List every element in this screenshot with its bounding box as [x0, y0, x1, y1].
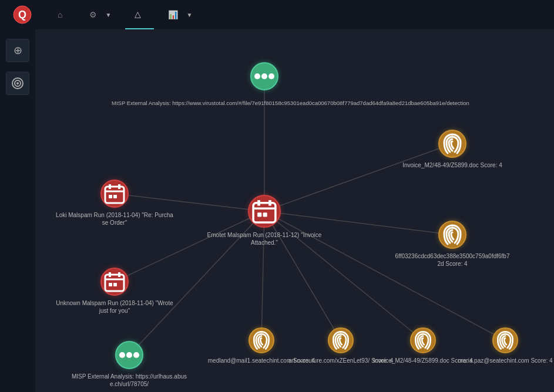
svg-point-38: [133, 352, 139, 358]
node-center[interactable]: [248, 195, 281, 228]
node-gold_bot1[interactable]: [249, 327, 274, 353]
nav-threat-library[interactable]: ⚙ ▼: [80, 0, 120, 29]
graph-canvas: Emotet Malspam Run (2018-11-12) "Invoice…: [35, 29, 554, 392]
node-red_bottom[interactable]: [100, 268, 129, 296]
zoom-in-icon: ⊕: [14, 44, 22, 57]
svg-line-9: [264, 144, 452, 211]
svg-rect-20: [263, 212, 267, 217]
nav-analytics[interactable]: 📊 ▼: [159, 0, 202, 29]
svg-line-8: [129, 211, 264, 355]
svg-line-10: [264, 211, 452, 235]
logo-icon: Q: [13, 5, 32, 24]
threat-library-icon: ⚙: [89, 10, 97, 19]
svg-rect-29: [113, 195, 117, 198]
zoom-in-button[interactable]: ⊕: [6, 39, 29, 62]
nav-home[interactable]: ⌂: [48, 0, 75, 29]
svg-line-13: [264, 211, 423, 340]
nav-investigations[interactable]: △: [125, 0, 154, 29]
logo-area: Q: [9, 5, 32, 24]
sidebar: ⊕: [0, 29, 35, 392]
navigation: Q ⌂ ⚙ ▼ △ 📊 ▼: [0, 0, 554, 29]
svg-text:Q: Q: [18, 9, 26, 21]
node-gold_bot4[interactable]: [492, 327, 518, 353]
svg-line-7: [115, 211, 264, 282]
investigations-icon: △: [135, 9, 141, 19]
svg-rect-19: [257, 212, 261, 217]
node-red_top[interactable]: [100, 180, 129, 208]
node-gold_bot2[interactable]: [328, 327, 354, 353]
threat-library-arrow: ▼: [105, 12, 111, 18]
svg-point-23: [268, 73, 274, 79]
svg-line-14: [264, 211, 505, 340]
node-green_bottom[interactable]: [115, 341, 143, 369]
svg-line-6: [115, 194, 264, 211]
target-button[interactable]: [6, 72, 29, 95]
target-icon: [11, 77, 24, 90]
svg-rect-28: [109, 195, 112, 198]
svg-point-37: [126, 352, 132, 358]
node-gold_bot3[interactable]: [410, 327, 436, 353]
svg-rect-35: [113, 283, 117, 286]
analytics-arrow: ▼: [186, 12, 192, 18]
edges-layer: [35, 29, 554, 392]
svg-line-11: [261, 211, 264, 340]
analytics-icon: 📊: [168, 10, 178, 19]
svg-point-4: [16, 82, 19, 85]
svg-point-21: [254, 73, 260, 79]
node-green_top[interactable]: [250, 62, 278, 90]
svg-point-36: [119, 352, 125, 358]
node-gold_mid_right[interactable]: [438, 221, 466, 249]
node-gold_top_right[interactable]: [438, 130, 466, 158]
home-icon: ⌂: [58, 10, 62, 19]
svg-point-22: [261, 73, 267, 79]
svg-rect-34: [109, 283, 112, 286]
svg-line-12: [264, 211, 341, 340]
